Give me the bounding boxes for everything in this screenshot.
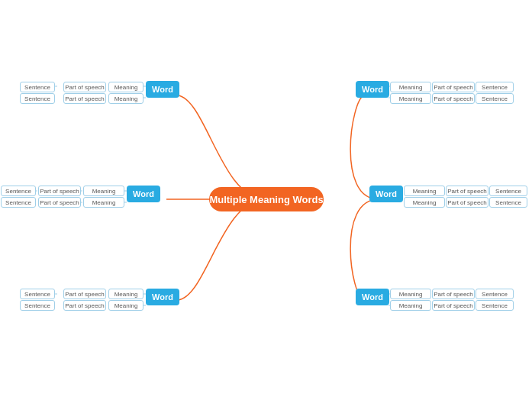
pos-2b: Part of speech: [38, 197, 81, 208]
center-node[interactable]: Multiple Meaning Words: [209, 187, 324, 211]
meaning-1a: Meaning: [108, 82, 143, 92]
meaning-4b: Meaning: [390, 93, 431, 104]
pos-4a: Part of speech: [432, 82, 475, 92]
word-node-4[interactable]: Word: [356, 81, 389, 98]
sentence-6b: Sentence: [476, 300, 514, 311]
pos-4b: Part of speech: [432, 93, 475, 104]
pos-2a: Part of speech: [38, 186, 81, 196]
word-label-2: Word: [133, 189, 154, 198]
pos-5b: Part of speech: [446, 197, 488, 208]
sentence-2a: Sentence: [1, 186, 36, 196]
word-label-5: Word: [376, 189, 397, 198]
word-label-4: Word: [362, 85, 383, 94]
pos-1a: Part of speech: [63, 82, 106, 92]
sentence-4a: Sentence: [476, 82, 514, 92]
center-label: Multiple Meaning Words: [209, 194, 323, 205]
word-node-1[interactable]: Word: [146, 81, 179, 98]
sentence-1a: Sentence: [20, 82, 55, 92]
word-node-2[interactable]: Word: [127, 186, 160, 202]
pos-3a: Part of speech: [63, 289, 106, 299]
pos-5a: Part of speech: [446, 186, 488, 196]
meaning-5b: Meaning: [404, 197, 445, 208]
word-node-3[interactable]: Word: [146, 289, 179, 305]
meaning-6b: Meaning: [390, 300, 431, 311]
sentence-5b: Sentence: [489, 197, 527, 208]
sentence-3a: Sentence: [20, 289, 55, 299]
word-node-5[interactable]: Word: [369, 186, 403, 202]
sentence-6a: Sentence: [476, 289, 514, 299]
meaning-3b: Meaning: [108, 300, 143, 311]
pos-1b: Part of speech: [63, 93, 106, 104]
word-node-6[interactable]: Word: [356, 289, 389, 305]
sentence-4b: Sentence: [476, 93, 514, 104]
meaning-2a: Meaning: [83, 186, 124, 196]
word-label-6: Word: [362, 292, 383, 302]
meaning-4a: Meaning: [390, 82, 431, 92]
sentence-3b: Sentence: [20, 300, 55, 311]
pos-6a: Part of speech: [432, 289, 475, 299]
sentence-5a: Sentence: [489, 186, 527, 196]
sentence-1b: Sentence: [20, 93, 55, 104]
meaning-3a: Meaning: [108, 289, 143, 299]
meaning-1b: Meaning: [108, 93, 143, 104]
meaning-5a: Meaning: [404, 186, 445, 196]
meaning-6a: Meaning: [390, 289, 431, 299]
sentence-2b: Sentence: [1, 197, 36, 208]
word-label-1: Word: [152, 85, 173, 94]
pos-6b: Part of speech: [432, 300, 475, 311]
pos-3b: Part of speech: [63, 300, 106, 311]
meaning-2b: Meaning: [83, 197, 124, 208]
word-label-3: Word: [152, 292, 173, 302]
